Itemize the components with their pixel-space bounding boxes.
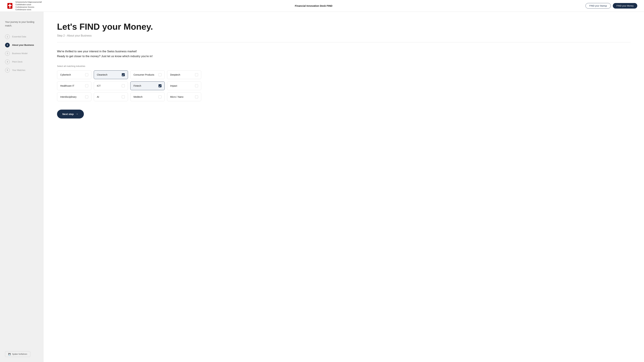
industry-card-ict[interactable]: ICT xyxy=(94,81,128,90)
header: Schweizerische Eidgenossenschaft Confédé… xyxy=(0,0,644,12)
industry-card-ai[interactable]: AI xyxy=(94,92,128,101)
find-startup-button[interactable]: FIND your Startup xyxy=(586,3,611,8)
select-label: Select all matching industries xyxy=(57,65,630,67)
industry-checkbox[interactable] xyxy=(195,95,198,98)
step-item-3: 3Business Model xyxy=(5,51,38,56)
industry-checkbox[interactable] xyxy=(122,84,125,87)
step-label-2: About your Business xyxy=(12,44,34,46)
industry-name: Interdisciplinary xyxy=(60,95,76,98)
step-label-3: Business Model xyxy=(12,52,28,55)
industry-name: Healthcare IT xyxy=(60,84,74,87)
step-item-5: 5Your Matches xyxy=(5,68,38,72)
step-item-1: 1Essential Data xyxy=(5,34,38,39)
industry-checkbox[interactable] xyxy=(195,84,198,87)
industry-grid: CybertechCleantechConsumer ProductsDeept… xyxy=(57,70,201,101)
industry-name: Consumer Products xyxy=(134,73,154,76)
step-item-2: 2About your Business xyxy=(5,43,38,47)
industry-checkbox[interactable] xyxy=(195,73,198,76)
industry-card-healthcare-it[interactable]: Healthcare IT xyxy=(57,81,92,90)
industry-checkbox[interactable] xyxy=(85,95,88,98)
industry-checkbox[interactable] xyxy=(122,95,125,98)
logo-text: Schweizerische Eidgenossenschaft Confédé… xyxy=(16,1,42,11)
industry-name: Cybertech xyxy=(60,73,71,76)
arrow-right-icon: → xyxy=(76,112,78,116)
step-label-1: Essential Data xyxy=(12,35,26,38)
step-circle-3: 3 xyxy=(5,51,10,56)
industry-card-fintech[interactable]: Fintech xyxy=(130,81,165,90)
industry-name: Impact xyxy=(170,84,177,87)
step-label-5: Your Matches xyxy=(12,69,25,71)
header-title: Financial Innovation Desk FIND xyxy=(295,4,332,7)
page-subtitle: Step 2 - About your Business xyxy=(57,34,630,37)
industry-card-medtech[interactable]: Medtech xyxy=(130,92,165,101)
industry-card-deeptech[interactable]: Deeptech xyxy=(167,70,202,79)
industry-checkbox[interactable] xyxy=(158,84,162,87)
sidebar-bottom: 💾 Später fortfahren xyxy=(5,346,38,357)
find-money-button[interactable]: FIND your Money xyxy=(613,3,637,8)
steps-list: 1Essential Data2About your Business3Busi… xyxy=(5,34,38,72)
logo-area: Schweizerische Eidgenossenschaft Confédé… xyxy=(7,1,42,11)
industry-card-impact[interactable]: Impact xyxy=(167,81,202,90)
industry-name: Micro / Nano xyxy=(170,95,184,98)
divider xyxy=(57,42,630,42)
header-actions: FIND your Startup FIND your Money xyxy=(586,3,637,8)
industry-card-cleantech[interactable]: Cleantech xyxy=(94,70,128,79)
industry-name: AI xyxy=(97,95,99,98)
sidebar-journey-title: Your journey to your funding match. xyxy=(5,20,38,28)
step-label-4: Pitch Deck xyxy=(12,60,22,63)
step-circle-4: 4 xyxy=(5,59,10,64)
industry-checkbox[interactable] xyxy=(158,95,162,98)
layout: Your journey to your funding match. 1Ess… xyxy=(0,12,644,362)
next-step-label: Next step xyxy=(62,113,74,115)
sidebar: Your journey to your funding match. 1Ess… xyxy=(0,12,44,362)
industry-checkbox[interactable] xyxy=(122,73,125,76)
step-circle-1: 1 xyxy=(5,34,10,39)
svg-rect-2 xyxy=(8,5,12,6)
industry-card-consumer-products[interactable]: Consumer Products xyxy=(130,70,165,79)
main-content: Let's FIND your Money. Step 2 - About yo… xyxy=(44,12,644,362)
swiss-logo xyxy=(7,3,13,9)
later-button[interactable]: 💾 Später fortfahren xyxy=(5,351,30,357)
industry-name: Fintech xyxy=(134,84,141,87)
intro-line-2: Ready to get closer to the money? Just l… xyxy=(57,54,630,59)
step-circle-5: 5 xyxy=(5,68,10,72)
industry-checkbox[interactable] xyxy=(85,73,88,76)
industry-name: Deeptech xyxy=(170,73,180,76)
industry-card-micro---nano[interactable]: Micro / Nano xyxy=(167,92,202,101)
save-icon: 💾 xyxy=(8,353,11,355)
industry-checkbox[interactable] xyxy=(85,84,88,87)
next-step-button[interactable]: Next step → xyxy=(57,110,84,118)
intro-line-1: We're thrilled to see your interest in t… xyxy=(57,49,630,54)
industry-card-cybertech[interactable]: Cybertech xyxy=(57,70,92,79)
step-circle-2: 2 xyxy=(5,43,10,47)
industry-checkbox[interactable] xyxy=(158,73,162,76)
industry-name: Medtech xyxy=(134,95,142,98)
industry-card-interdisciplinary[interactable]: Interdisciplinary xyxy=(57,92,92,101)
intro-text: We're thrilled to see your interest in t… xyxy=(57,49,630,59)
industry-name: Cleantech xyxy=(97,73,108,76)
page-title: Let's FIND your Money. xyxy=(57,22,630,32)
step-item-4: 4Pitch Deck xyxy=(5,59,38,64)
industry-name: ICT xyxy=(97,84,101,87)
